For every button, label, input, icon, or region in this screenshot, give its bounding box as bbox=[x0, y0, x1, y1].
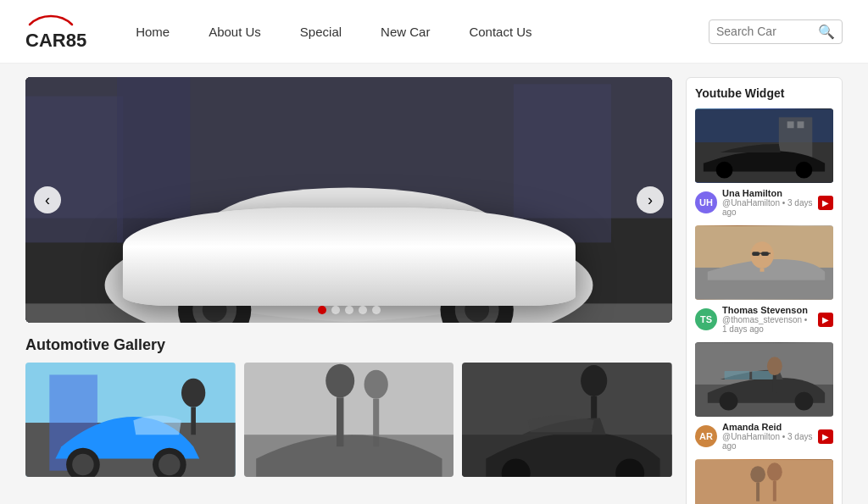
svg-point-28 bbox=[326, 364, 354, 398]
svg-point-30 bbox=[364, 370, 387, 399]
carousel-dot-2[interactable] bbox=[331, 306, 340, 314]
gallery-title: Automotive Gallery bbox=[25, 336, 672, 354]
play-button-3[interactable]: ▶ bbox=[818, 429, 833, 444]
audi-rings bbox=[294, 261, 370, 285]
svg-rect-41 bbox=[787, 121, 794, 128]
nav-about[interactable]: About Us bbox=[193, 18, 276, 46]
svg-point-24 bbox=[181, 379, 205, 407]
svg-point-63 bbox=[767, 462, 782, 481]
svg-point-44 bbox=[796, 162, 813, 179]
avatar-1: UH bbox=[695, 191, 717, 213]
youtube-user-row-3: AR Amanda Reid @UnaHamilton • 3 days ago… bbox=[695, 422, 833, 451]
handle-1: @UnaHamilton • 3 days ago bbox=[722, 198, 813, 217]
carousel-next[interactable]: › bbox=[637, 186, 664, 213]
svg-rect-4 bbox=[514, 84, 611, 242]
play-button-2[interactable]: ▶ bbox=[818, 313, 833, 327]
svg-point-21 bbox=[72, 454, 93, 475]
svg-point-16 bbox=[465, 297, 489, 322]
search-bar: 🔍 bbox=[709, 19, 843, 44]
svg-rect-60 bbox=[695, 459, 833, 504]
youtube-thumb-1[interactable] bbox=[695, 108, 833, 183]
logo-text: CAR85 bbox=[25, 30, 86, 51]
nav-special[interactable]: Special bbox=[285, 18, 357, 46]
youtube-card-2: TS Thomas Stevenson @thomas_stevenson • … bbox=[695, 225, 833, 334]
svg-rect-54 bbox=[725, 371, 750, 379]
youtube-thumb-2[interactable] bbox=[695, 225, 833, 300]
svg-point-61 bbox=[750, 466, 765, 483]
carousel-dot-1[interactable] bbox=[318, 306, 326, 314]
avatar-3: AR bbox=[695, 425, 717, 447]
carousel-image bbox=[25, 77, 672, 323]
main-nav: Home About Us Special New Car Contact Us bbox=[120, 18, 709, 46]
youtube-widget-title: Youtube Widget bbox=[695, 86, 833, 100]
nav-home[interactable]: Home bbox=[120, 18, 185, 46]
gallery-item-1[interactable] bbox=[25, 363, 236, 477]
svg-point-34 bbox=[581, 365, 607, 396]
carousel-dots bbox=[318, 306, 381, 314]
svg-point-23 bbox=[159, 454, 180, 475]
svg-rect-2 bbox=[25, 97, 123, 243]
user-info-3: Amanda Reid @UnaHamilton • 3 days ago bbox=[722, 422, 813, 451]
header: CAR85 Home About Us Special New Car Cont… bbox=[0, 0, 868, 64]
youtube-user-row-1: UH Una Hamilton @UnaHamilton • 3 days ag… bbox=[695, 188, 833, 217]
carousel-scene bbox=[25, 77, 672, 323]
nav-contact[interactable]: Contact Us bbox=[453, 18, 547, 46]
user-info-2: Thomas Stevenson @thomas_stevenson • 1 d… bbox=[722, 305, 813, 334]
carousel-dot-5[interactable] bbox=[372, 306, 381, 314]
search-button[interactable]: 🔍 bbox=[818, 24, 835, 40]
carousel-dot-4[interactable] bbox=[359, 306, 367, 314]
handle-3: @UnaHamilton • 3 days ago bbox=[722, 432, 813, 451]
logo-car-icon bbox=[25, 13, 76, 30]
right-panel: Youtube Widget bbox=[686, 77, 843, 504]
svg-rect-50 bbox=[752, 252, 760, 256]
search-input[interactable] bbox=[716, 25, 818, 38]
svg-point-56 bbox=[720, 392, 738, 411]
main-content: ‹ › Automotive Gallery bbox=[0, 64, 868, 504]
svg-rect-51 bbox=[761, 252, 769, 256]
youtube-user-row-2: TS Thomas Stevenson @thomas_stevenson • … bbox=[695, 305, 833, 334]
carousel-dot-3[interactable] bbox=[345, 306, 353, 314]
left-panel: ‹ › Automotive Gallery bbox=[25, 77, 672, 504]
username-1: Una Hamilton bbox=[722, 188, 813, 198]
handle-2: @thomas_stevenson • 1 days ago bbox=[722, 315, 813, 334]
carousel-prev[interactable]: ‹ bbox=[34, 186, 61, 213]
carousel: ‹ › bbox=[25, 77, 672, 323]
youtube-card-4 bbox=[695, 459, 833, 504]
svg-point-13 bbox=[203, 297, 227, 322]
gallery-item-2[interactable] bbox=[244, 363, 454, 477]
gallery-grid bbox=[25, 363, 672, 477]
logo[interactable]: CAR85 bbox=[25, 13, 86, 50]
username-2: Thomas Stevenson bbox=[722, 305, 813, 315]
svg-rect-3 bbox=[117, 77, 190, 242]
svg-point-58 bbox=[767, 357, 782, 375]
youtube-card-3: AR Amanda Reid @UnaHamilton • 3 days ago… bbox=[695, 342, 833, 451]
svg-point-10 bbox=[345, 261, 370, 285]
svg-rect-42 bbox=[798, 121, 804, 128]
youtube-card-1: UH Una Hamilton @UnaHamilton • 3 days ag… bbox=[695, 108, 833, 217]
avatar-2: TS bbox=[695, 308, 717, 330]
play-button-1[interactable]: ▶ bbox=[818, 196, 833, 210]
username-3: Amanda Reid bbox=[722, 422, 813, 432]
svg-point-8 bbox=[311, 261, 336, 285]
svg-point-57 bbox=[795, 392, 814, 411]
svg-point-7 bbox=[294, 261, 319, 285]
youtube-widget: Youtube Widget bbox=[686, 77, 843, 504]
svg-point-9 bbox=[328, 261, 353, 285]
nav-newcar[interactable]: New Car bbox=[365, 18, 445, 46]
youtube-thumb-4[interactable] bbox=[695, 459, 833, 504]
user-info-1: Una Hamilton @UnaHamilton • 3 days ago bbox=[722, 188, 813, 217]
svg-point-43 bbox=[716, 162, 733, 179]
youtube-thumb-3[interactable] bbox=[695, 342, 833, 417]
gallery-item-3[interactable] bbox=[462, 363, 672, 477]
